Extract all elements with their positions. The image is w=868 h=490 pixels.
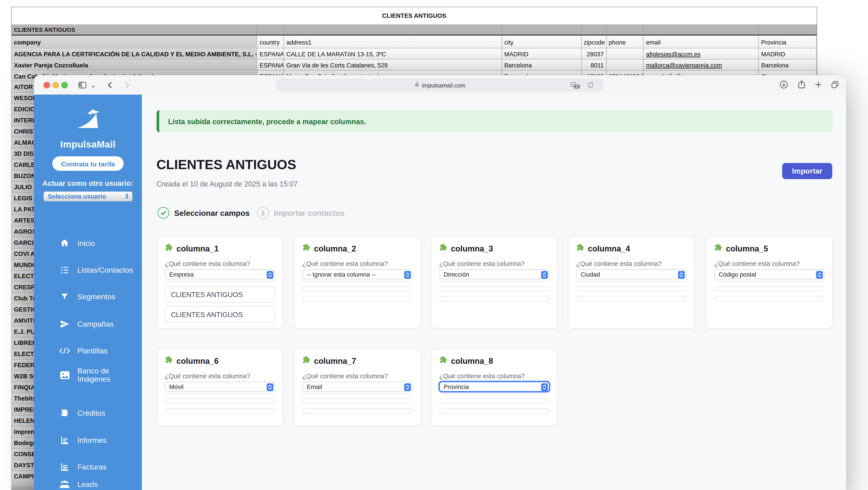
sidebar-item-banco-de-im-genes[interactable]: Banco de Imágenes [34,366,142,385]
sheet-header-cell[interactable]: address1 [284,34,502,48]
downloads-icon[interactable] [779,80,789,92]
sheet-header-cell[interactable]: city [502,34,581,48]
puzzle-icon [302,243,311,254]
card-field-select[interactable]: Dirección [439,269,550,279]
sheet-cell[interactable]: CALLE DE LA MARATóN 13-15, 3ºC [284,48,502,60]
step1-label: Seleccionar campos [174,209,250,218]
card-divider [714,281,825,282]
sheet-band-cell [644,25,759,35]
card-header: columna_1 [164,243,219,254]
card-question: ¿Qué contiene esta columna? [439,260,525,267]
sheet-cell[interactable]: ESPANA [257,60,284,71]
card-empty-sample [302,286,413,292]
sheet-cell[interactable]: ESPANA [257,48,284,60]
puzzle-icon [302,356,311,367]
select-stepper-icon [541,383,548,393]
user-select[interactable]: Selecciona usuario ▲▼ [43,191,132,201]
zoom-window-button[interactable] [61,81,68,88]
sheet-cell[interactable]: 8011 [581,60,606,71]
tab-overview-icon[interactable] [830,80,840,92]
card-sample-value: CLIENTES ANTIGUOS [165,306,275,323]
spreadsheet: CLIENTES ANTIGUOS CLIENTES ANTIGUOS comp… [11,7,817,82]
sheet-cell[interactable]: 28037 [581,48,606,60]
lock-icon [414,81,420,89]
sheet-header-cell[interactable]: zipcode [581,34,606,48]
mapping-card-columna_3: columna_3¿Qué contiene esta columna?Dire… [431,236,558,329]
select-stepper-icon [266,383,273,393]
sheet-header-cell[interactable]: country [257,34,284,48]
sheet-cell[interactable]: Barcelona [502,60,581,71]
sheet-cell[interactable]: AGENCIA PARA LA CERTIFICACIÓN DE LA CALI… [12,48,257,60]
card-empty-sample [165,408,275,414]
card-header: columna_6 [164,356,219,367]
card-question: ¿Qué contiene esta columna? [714,260,800,267]
back-icon[interactable] [105,80,115,92]
sheet-cell[interactable]: Gran Via de les Corts Catalanes, 529 [284,60,502,71]
coins-icon [59,407,70,418]
sidebar-item-leads[interactable]: Leads [34,475,142,490]
sheet-cell[interactable]: Xavier Pareja Cozcolluela [12,60,257,71]
sidebar-item-plantillas[interactable]: Plantillas [34,341,142,360]
sheet-band-row: CLIENTES ANTIGUOS [11,25,817,35]
funnel-icon [59,291,70,302]
card-divider [439,281,550,282]
sheet-cell[interactable]: MADRID [759,48,817,60]
sheet-cell[interactable]: Barcelona [759,60,817,71]
card-field-select[interactable]: Código postal [714,269,825,279]
card-empty-sample [165,398,275,404]
sidebar-item-listas-contactos[interactable]: Listas/Contactos [34,260,142,279]
sidebar-item-label: Listas/Contactos [78,266,133,274]
mapping-card-columna_1: columna_1¿Qué contiene esta columna?Empr… [157,236,283,329]
main-panel: Lista subida correctamente, procede a ma… [142,95,846,490]
step2-circle: 2 [257,207,269,219]
close-window-button[interactable] [43,81,50,88]
impulsamail-logo [74,107,102,132]
reload-icon[interactable] [587,81,594,91]
sheet-header-cell[interactable]: Provincia [759,34,817,48]
card-sample-value: CLIENTES ANTIGUOS [165,286,275,303]
sheet-cell[interactable] [607,48,644,60]
card-field-select[interactable]: Email [302,382,413,392]
mapping-card-columna_5: columna_5¿Qué contiene esta columna?Códi… [706,236,833,329]
card-field-select[interactable]: Provincia [439,382,550,392]
card-field-select[interactable]: -- Ignorar esta columna -- [302,269,413,279]
page-title: CLIENTES ANTIGUOS [157,157,297,172]
contrata-tarifa-button[interactable]: Contrata tu tarifa [52,157,124,171]
card-column-name: columna_4 [588,244,630,253]
importar-button[interactable]: Importar [782,163,832,179]
sidebar-item-facturas[interactable]: Facturas [34,457,142,476]
sheet-header-cell[interactable]: email [644,34,759,48]
sidebar-item-segmentos[interactable]: Segmentos [34,287,142,306]
sheet-cell[interactable]: MADRID [502,48,581,60]
sheet-header-cell[interactable]: company [12,34,257,48]
svg-text:文: 文 [576,85,578,88]
card-field-select[interactable]: Empresa [165,269,275,279]
sidebar-item-inicio[interactable]: Inicio [34,234,142,253]
url-text: impulsamail.com [422,81,465,88]
url-field[interactable]: impulsamail.com A文 [277,79,603,91]
card-empty-sample [576,296,686,301]
sidebar-item-campa-as[interactable]: Campañas [34,315,142,333]
sidebar-item-cr-ditos[interactable]: Créditos [34,403,142,422]
new-tab-icon[interactable] [813,80,824,92]
minimize-window-button[interactable] [52,81,59,88]
share-icon[interactable] [797,80,807,92]
chevron-down-icon[interactable] [90,82,96,92]
sheet-band-cell [759,25,817,35]
card-field-select[interactable]: Ciudad [576,269,686,279]
invoice-chart-icon [59,461,70,472]
sheet-row: Xavier Pareja CozcolluelaESPANAGran Via … [11,60,817,71]
forward-icon[interactable] [122,80,132,92]
created-date: Creada el 10 de August de 2025 a las 15:… [157,180,298,188]
card-column-name: columna_1 [177,244,219,253]
sidebar-toggle-icon[interactable] [78,80,88,92]
translate-icon[interactable]: A文 [571,81,580,92]
card-field-select[interactable]: Móvil [165,382,275,392]
sheet-cell[interactable]: afiglesias@accm.es [644,48,759,60]
sidebar-item-informes[interactable]: Informes [34,431,142,450]
sheet-header-cell[interactable]: phone [607,34,644,48]
sheet-cell[interactable] [607,60,644,71]
card-divider [576,281,686,282]
card-empty-sample [714,286,825,292]
sheet-cell[interactable]: mallorca@xavierpareja.com [644,60,759,71]
